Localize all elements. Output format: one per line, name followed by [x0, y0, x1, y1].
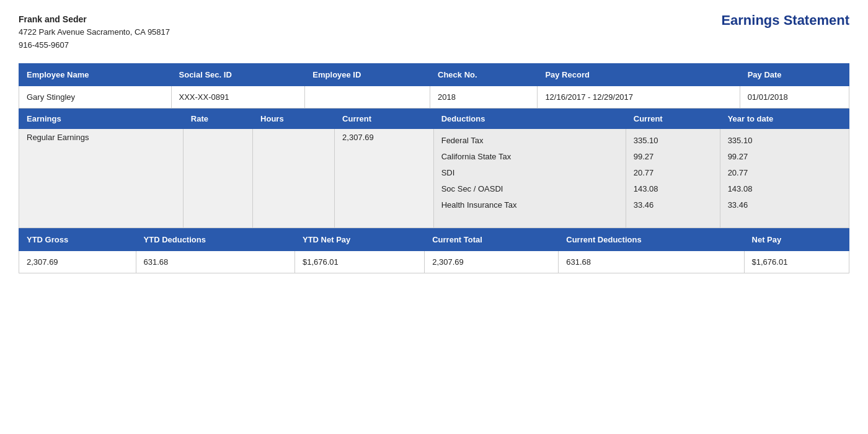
col-earnings: Earnings	[19, 108, 184, 128]
col-net-pay: Net Pay	[744, 228, 849, 250]
deduction-ytd: 33.46	[728, 197, 841, 213]
employee-header-row: Employee Name Social Sec. ID Employee ID…	[19, 63, 849, 86]
company-name: Frank and Seder	[19, 12, 170, 26]
deduction-current: 335.10	[634, 133, 712, 149]
deduction-item: SDI	[441, 165, 618, 181]
deduction-item: Federal Tax	[441, 133, 618, 149]
deduction-current: 33.46	[634, 197, 712, 213]
deductions-list: Federal TaxCalifornia State TaxSDISoc Se…	[441, 133, 618, 213]
deduction-current: 143.08	[634, 181, 712, 197]
deduction-current: 20.77	[634, 165, 712, 181]
company-info: Frank and Seder 4722 Park Avenue Sacrame…	[19, 12, 170, 52]
ytd-net-pay-value: $1,676.01	[294, 250, 424, 273]
col-social-sec-id: Social Sec. ID	[171, 63, 305, 86]
totals-data-row: 2,307.69 631.68 $1,676.01 2,307.69 631.6…	[19, 250, 849, 273]
deduction-ytd: 143.08	[728, 181, 841, 197]
totals-header-row: YTD Gross YTD Deductions YTD Net Pay Cur…	[19, 228, 849, 250]
page-title: Earnings Statement	[721, 12, 849, 29]
deductions-current-cell: 335.1099.2720.77143.0833.46	[626, 128, 720, 228]
col-hours: Hours	[253, 108, 335, 128]
col-employee-name: Employee Name	[19, 63, 172, 86]
company-phone: 916-455-9607	[19, 39, 170, 52]
col-rate: Rate	[183, 108, 252, 128]
page-header: Frank and Seder 4722 Park Avenue Sacrame…	[19, 12, 849, 52]
earnings-rate	[183, 128, 252, 228]
col-year-to-date: Year to date	[720, 108, 849, 128]
col-ded-current: Current	[626, 108, 720, 128]
earnings-hours	[253, 128, 335, 228]
totals-table: YTD Gross YTD Deductions YTD Net Pay Cur…	[19, 228, 849, 273]
deductions-ytd-cell: 335.1099.2720.77143.0833.46	[720, 128, 849, 228]
col-deductions: Deductions	[433, 108, 626, 128]
ytd-deductions-value: 631.68	[136, 250, 294, 273]
employee-name-value: Gary Stingley	[19, 86, 172, 108]
company-address: 4722 Park Avenue Sacramento, CA 95817	[19, 26, 170, 39]
earnings-data-row: Regular Earnings 2,307.69 Federal TaxCal…	[19, 128, 849, 228]
col-check-no: Check No.	[430, 63, 538, 86]
deduction-item: Soc Sec / OASDI	[441, 181, 618, 197]
deductions-list-cell: Federal TaxCalifornia State TaxSDISoc Se…	[433, 128, 626, 228]
col-ytd-gross: YTD Gross	[19, 228, 136, 250]
ytd-gross-value: 2,307.69	[19, 250, 136, 273]
employee-ssid-value: XXX-XX-0891	[171, 86, 305, 108]
col-current-total: Current Total	[425, 228, 559, 250]
pay-date-value: 01/01/2018	[740, 86, 849, 108]
col-ytd-net-pay: YTD Net Pay	[294, 228, 424, 250]
col-ytd-deductions: YTD Deductions	[136, 228, 294, 250]
earnings-header-row: Earnings Rate Hours Current Deductions C…	[19, 108, 849, 128]
col-current-deductions: Current Deductions	[559, 228, 744, 250]
employee-data-row: Gary Stingley XXX-XX-0891 2018 12/16/201…	[19, 86, 849, 108]
current-total-value: 2,307.69	[425, 250, 559, 273]
deduction-ytd: 335.10	[728, 133, 841, 149]
earnings-current: 2,307.69	[335, 128, 434, 228]
deduction-ytd: 99.27	[728, 149, 841, 165]
check-no-value: 2018	[430, 86, 538, 108]
deduction-item: Health Insurance Tax	[441, 197, 618, 213]
deduction-current: 99.27	[634, 149, 712, 165]
col-current: Current	[335, 108, 434, 128]
deduction-item: California State Tax	[441, 149, 618, 165]
pay-record-value: 12/16/2017 - 12/29/2017	[538, 86, 740, 108]
earnings-deductions-table: Earnings Rate Hours Current Deductions C…	[19, 108, 849, 228]
col-pay-date: Pay Date	[740, 63, 849, 86]
employee-info-table: Employee Name Social Sec. ID Employee ID…	[19, 63, 849, 108]
earnings-label: Regular Earnings	[19, 128, 184, 228]
net-pay-value: $1,676.01	[744, 250, 849, 273]
col-pay-record: Pay Record	[538, 63, 740, 86]
current-deductions-value: 631.68	[559, 250, 744, 273]
col-employee-id: Employee ID	[305, 63, 430, 86]
deduction-ytd: 20.77	[728, 165, 841, 181]
employee-id-value	[305, 86, 430, 108]
